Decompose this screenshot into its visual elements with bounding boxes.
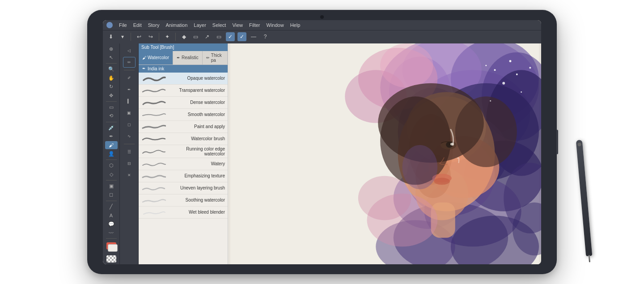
- tool-person[interactable]: 👤: [105, 150, 118, 158]
- brush-preview-3: [141, 110, 166, 119]
- canvas-area[interactable]: [228, 43, 541, 264]
- subtool-x-icon[interactable]: ✕: [123, 170, 136, 181]
- toolbar-dropdown-icon[interactable]: ▾: [118, 32, 127, 41]
- toolbar-check1-icon[interactable]: ✓: [226, 32, 235, 41]
- brush-item-10[interactable]: Soothing watercolor: [139, 194, 228, 207]
- tool-bubble[interactable]: 💬: [105, 220, 118, 228]
- brush-item-9[interactable]: Uneven layering brush: [139, 182, 228, 194]
- toolbar-undo-icon[interactable]: ↩: [135, 32, 144, 41]
- subtool-layer2-icon[interactable]: ⊟: [123, 158, 136, 169]
- menu-layer[interactable]: Layer: [194, 22, 206, 28]
- subtool-pen-icon[interactable]: ✒: [123, 84, 136, 95]
- subtool-pencil-icon[interactable]: ✐: [123, 73, 136, 83]
- brush-preview-8: [141, 172, 166, 181]
- tool-stamp[interactable]: ⬡: [105, 162, 118, 169]
- brush-tab-watercolor[interactable]: 🖌 Watercolor: [139, 51, 173, 65]
- subtool-eraser-icon[interactable]: ◻: [123, 119, 136, 130]
- menu-story[interactable]: Story: [148, 22, 160, 28]
- subtool-layers-icon[interactable]: ☰: [123, 146, 136, 157]
- svg-point-37: [502, 82, 505, 84]
- brush-preview-5: [141, 134, 166, 143]
- svg-point-43: [529, 67, 531, 69]
- brush-item-11[interactable]: Wet bleed blender: [139, 207, 228, 219]
- brush-item-7[interactable]: Watery: [139, 158, 228, 170]
- svg-point-42: [490, 100, 491, 101]
- toolbar-transform-icon[interactable]: ▭: [191, 32, 200, 41]
- menu-file[interactable]: File: [119, 22, 127, 28]
- tool-divider-6: [106, 201, 117, 201]
- main-area: ⊕ ↖ 🔍 ✋ ↻ ✥ ▭ ⟲ 💉 ✒ 🖌 👤 ⬡: [103, 43, 541, 264]
- toolbar-divider-3: [175, 33, 176, 41]
- tool-brush[interactable]: 🖌: [105, 141, 118, 149]
- toolbar-divider-1: [131, 33, 131, 41]
- tool-select-rect[interactable]: ▭: [105, 103, 118, 111]
- brush-item-4[interactable]: Paint and apply: [139, 121, 228, 133]
- app-logo: [106, 22, 113, 28]
- brush-name-5: Watercolor brush: [169, 136, 225, 141]
- background-color-swatch[interactable]: [108, 244, 118, 252]
- brush-item-0[interactable]: Opaque watercolor: [139, 73, 228, 85]
- tool-diamond[interactable]: ◇: [105, 171, 118, 178]
- brush-tab-thick[interactable]: ✏ Thick pa: [203, 51, 228, 65]
- subtool-blend-icon[interactable]: ∿: [123, 131, 136, 142]
- subtool-fill-icon[interactable]: ▣: [123, 108, 136, 118]
- svg-point-36: [494, 69, 496, 71]
- brush-item-1[interactable]: Transparent watercolor: [139, 85, 228, 97]
- svg-point-41: [521, 91, 522, 92]
- tool-text[interactable]: A: [105, 211, 118, 219]
- toolbar-sparkle-icon[interactable]: ✦: [163, 32, 172, 41]
- side-button[interactable]: [556, 130, 558, 155]
- painting: [228, 43, 541, 264]
- toolbar-save-icon[interactable]: ⬇: [106, 32, 115, 41]
- brush-item-2[interactable]: Dense watercolor: [139, 97, 228, 109]
- tool-nav[interactable]: ⊕: [105, 45, 118, 53]
- toolbar-fill-icon[interactable]: ◆: [179, 32, 188, 41]
- brush-tab-watercolor-label: Watercolor: [148, 55, 169, 60]
- menu-select[interactable]: Select: [212, 22, 226, 28]
- menu-filter[interactable]: Filter: [249, 22, 260, 28]
- toolbar-check2-icon[interactable]: ✓: [237, 32, 246, 41]
- toolbar-line-icon[interactable]: —: [249, 32, 258, 41]
- tool-divider-5: [106, 180, 117, 181]
- tool-gesture[interactable]: 〰: [105, 229, 118, 237]
- tool-move[interactable]: ✥: [105, 92, 118, 99]
- brush-item-6[interactable]: Running color edge watercolor: [139, 145, 228, 158]
- brush-tab-realistic[interactable]: ✒ Realistic: [173, 51, 203, 65]
- brush-preview-6: [141, 147, 166, 156]
- brush-name-2: Dense watercolor: [169, 100, 225, 105]
- toolbar-redo-icon[interactable]: ↪: [146, 32, 155, 41]
- tool-zoom[interactable]: 🔍: [105, 65, 118, 73]
- brush-item-3[interactable]: Smooth watercolor: [139, 109, 228, 121]
- painting-svg: [228, 43, 541, 264]
- toolbar-move-icon[interactable]: ↗: [203, 32, 212, 41]
- menu-animation[interactable]: Animation: [165, 22, 187, 28]
- brush-group-label: India ink: [148, 66, 164, 71]
- menu-view[interactable]: View: [232, 22, 243, 28]
- menu-help[interactable]: Help: [290, 22, 301, 28]
- tool-line[interactable]: ╱: [105, 202, 118, 210]
- svg-point-48: [402, 145, 437, 189]
- toolbar-divider-2: [159, 33, 159, 41]
- scene: File Edit Story Animation Layer Select V…: [0, 0, 644, 284]
- brush-name-4: Paint and apply: [169, 124, 225, 129]
- menu-edit[interactable]: Edit: [133, 22, 142, 28]
- tool-grab[interactable]: ✋: [105, 74, 118, 82]
- tool-arrow[interactable]: ↖: [105, 54, 118, 61]
- tool-fill[interactable]: ▣: [105, 182, 118, 190]
- subtool-markers-icon[interactable]: ▍: [123, 96, 136, 107]
- brush-name-1: Transparent watercolor: [169, 88, 225, 93]
- toolbar-rect-icon[interactable]: ▭: [214, 32, 223, 41]
- tool-lasso[interactable]: ⟲: [105, 112, 118, 120]
- subtool-brush-icon[interactable]: ✏: [123, 57, 136, 68]
- tool-shape[interactable]: ◻: [105, 191, 118, 198]
- brush-item-5[interactable]: Watercolor brush: [139, 133, 228, 145]
- brush-group-header: ✒ India ink: [139, 65, 228, 73]
- tool-eyedrop[interactable]: 💉: [105, 124, 118, 131]
- toolbar-help-icon[interactable]: ?: [261, 32, 270, 41]
- tool-rotate[interactable]: ↻: [105, 83, 118, 90]
- subtool-back-icon[interactable]: ◁: [123, 45, 136, 56]
- subtool-header-label: Sub Tool [Brush]: [141, 45, 174, 50]
- menu-window[interactable]: Window: [267, 22, 284, 28]
- tool-pen[interactable]: ✒: [105, 133, 118, 140]
- brush-item-8[interactable]: Emphasizing texture: [139, 170, 228, 182]
